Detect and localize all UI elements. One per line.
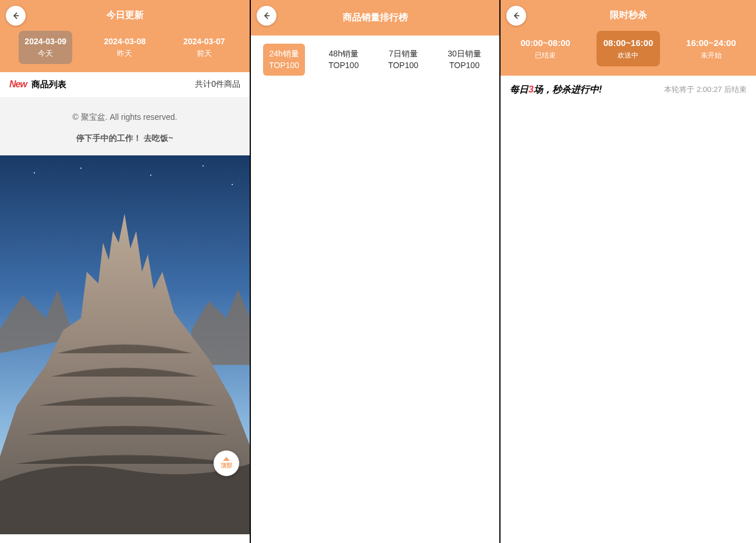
- panel-sales-ranking: 商品销量排行榜 24h销量 TOP100 48h销量 TOP100 7日销量 T…: [251, 0, 501, 543]
- date-tabs: 2024-03-09 今天 2024-03-08 昨天 2024-03-07 前…: [0, 29, 250, 72]
- panel-today-update: 今日更新 2024-03-09 今天 2024-03-08 昨天 2024-03…: [0, 0, 251, 543]
- hero-image: 顶部: [0, 155, 250, 534]
- scroll-to-top-button[interactable]: 顶部: [214, 450, 239, 476]
- flash-sale-bar: 每日3场，秒杀进行中! 本轮将于 2:00:27 后结束: [501, 76, 756, 104]
- product-list-bar: New 商品列表 共计0件商品: [0, 72, 250, 97]
- tab-24h-top100[interactable]: 24h销量 TOP100: [263, 44, 305, 76]
- countdown-timer: 2:00:27: [697, 85, 722, 94]
- landscape-image: [0, 155, 250, 534]
- slot-0-8[interactable]: 00:00~08:00 已结束: [513, 31, 577, 66]
- copyright-text: © 聚宝盆. All rights reserved.: [6, 112, 244, 123]
- product-count: 共计0件商品: [195, 79, 240, 90]
- slot-16-24[interactable]: 16:00~24:00 未开始: [679, 31, 743, 66]
- new-badge: New: [9, 79, 27, 89]
- panel1-title: 今日更新: [0, 0, 250, 29]
- svg-point-5: [232, 184, 233, 185]
- back-button[interactable]: [257, 6, 276, 26]
- panel2-title: 商品销量排行榜: [343, 12, 408, 22]
- panel2-header: 商品销量排行榜: [251, 0, 499, 36]
- tab-48h-top100[interactable]: 48h销量 TOP100: [323, 44, 365, 76]
- flash-sale-badge: 每日3场，秒杀进行中!: [510, 84, 602, 96]
- tab-30d-top100[interactable]: 30日销量 TOP100: [442, 44, 487, 76]
- panel3-title: 限时秒杀: [501, 0, 756, 29]
- tab-7d-top100[interactable]: 7日销量 TOP100: [382, 44, 424, 76]
- countdown-info: 本轮将于 2:00:27 后结束: [664, 84, 747, 95]
- back-button[interactable]: [506, 6, 526, 26]
- time-slot-tabs: 00:00~08:00 已结束 08:00~16:00 欢送中 16:00~24…: [501, 29, 756, 76]
- back-button[interactable]: [6, 6, 26, 26]
- slot-8-16[interactable]: 08:00~16:00 欢送中: [597, 31, 661, 66]
- date-tab-day-before[interactable]: 2024-03-07 前天: [178, 31, 231, 64]
- arrow-left-icon: [261, 10, 272, 21]
- svg-point-1: [34, 172, 35, 173]
- svg-point-4: [203, 165, 204, 166]
- caret-up-icon: [223, 457, 230, 461]
- footer-message: 停下手中的工作！ 去吃饭~: [6, 133, 244, 144]
- panel3-header: 限时秒杀 00:00~08:00 已结束 08:00~16:00 欢送中 16:…: [501, 0, 756, 76]
- panel1-header: 今日更新 2024-03-09 今天 2024-03-08 昨天 2024-03…: [0, 0, 250, 72]
- ranking-tabs: 24h销量 TOP100 48h销量 TOP100 7日销量 TOP100 30…: [251, 36, 499, 84]
- arrow-left-icon: [511, 10, 521, 21]
- svg-point-3: [150, 175, 151, 176]
- panel1-footer: © 聚宝盆. All rights reserved. 停下手中的工作！ 去吃饭…: [0, 97, 250, 155]
- date-tab-yesterday[interactable]: 2024-03-08 昨天: [98, 31, 152, 64]
- arrow-left-icon: [10, 10, 21, 21]
- date-tab-today[interactable]: 2024-03-09 今天: [19, 31, 72, 64]
- top-button-label: 顶部: [221, 462, 232, 470]
- list-title: 商品列表: [31, 79, 66, 89]
- panel-flash-sale: 限时秒杀 00:00~08:00 已结束 08:00~16:00 欢送中 16:…: [501, 0, 756, 543]
- svg-point-2: [80, 168, 81, 169]
